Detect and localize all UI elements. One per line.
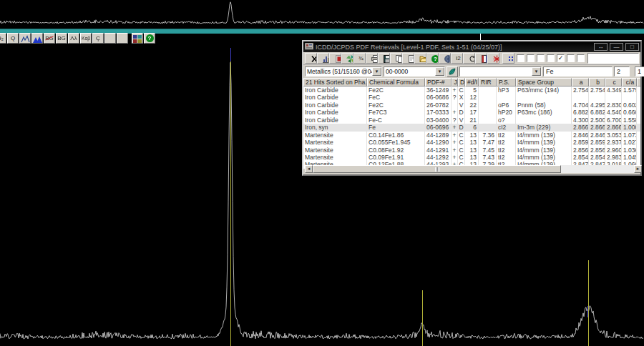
option-checkbox-5[interactable]: ✓	[557, 54, 565, 62]
bg-fit-button[interactable]: BG	[56, 33, 67, 44]
chevron-down-icon[interactable]: ▼	[532, 67, 541, 76]
chemistry-combo[interactable]: ▼	[459, 66, 542, 76]
asterisk-icon	[492, 55, 499, 63]
table-row[interactable]: MartensiteC0.055Fe1.94544-1290+C137.47tI…	[303, 139, 640, 146]
column-header-7[interactable]: RIR	[479, 78, 497, 86]
stop-button[interactable]	[329, 53, 341, 64]
option-checkbox-6[interactable]	[567, 54, 575, 62]
column-header-10[interactable]: a	[572, 78, 589, 86]
table-cell	[497, 94, 516, 101]
refresh-button[interactable]	[463, 53, 475, 64]
profile-chart-button[interactable]	[19, 33, 31, 44]
column-header-14[interactable]: A	[637, 78, 640, 86]
stripes-button[interactable]	[475, 53, 487, 64]
column-header-8[interactable]: P.S.	[497, 78, 516, 86]
column-header-2[interactable]: Chemical Formula	[367, 78, 425, 86]
scroll-right-arrow-icon[interactable]: ►	[634, 165, 642, 173]
zoom-button[interactable]: Q	[7, 33, 19, 44]
table-cell: +	[452, 139, 458, 146]
table-cell: Iron Carbide	[303, 117, 367, 124]
option-checkbox-7[interactable]	[577, 54, 585, 62]
maximize-button[interactable]: □	[625, 43, 639, 51]
print-button[interactable]	[366, 53, 378, 64]
table-cell	[479, 109, 497, 116]
open-button[interactable]	[414, 53, 426, 64]
column-header-11[interactable]: b	[589, 78, 605, 86]
table-cell: C	[458, 139, 465, 146]
chevron-down-icon[interactable]: ▼	[435, 67, 444, 76]
column-header-13[interactable]: c/a	[622, 78, 637, 86]
table-row[interactable]: MartensiteC0.08Fe1.9244-1291+C137.45tI2I…	[303, 147, 640, 154]
scrollbar-thumb[interactable]	[313, 165, 561, 173]
column-header-6[interactable]: #d/I	[465, 78, 479, 86]
table-row[interactable]: Iron CarbideFe7C317-0333+D17hP20P63mc (1…	[303, 109, 640, 116]
bg-edit-button[interactable]: BG	[44, 33, 55, 44]
help-button[interactable]: ?	[426, 53, 439, 64]
dock-button[interactable]: ↔	[594, 43, 608, 51]
chevron-down-icon[interactable]: ▼	[372, 67, 381, 76]
k-alpha-beta-button[interactable]: Kαβ	[80, 33, 92, 44]
lambda-button[interactable]: Λλ	[68, 33, 79, 44]
scroll-left-arrow-icon[interactable]: ◄	[305, 165, 313, 173]
option-checkbox-2[interactable]	[527, 54, 535, 62]
column-header-3[interactable]: PDF-#	[425, 78, 452, 86]
column-header-4[interactable]: J	[452, 78, 458, 86]
table-row[interactable]: Iron CarbideFe-C03-0400?V21o?4.3002.5006…	[303, 117, 640, 124]
table-row[interactable]: Iron, synFe06-0696+D6cI2Im-3m (229)2.866…	[303, 124, 640, 131]
column-header-5[interactable]: D	[458, 78, 465, 86]
copy-button[interactable]	[390, 53, 402, 64]
dots-button[interactable]	[502, 53, 514, 64]
hits-table-header: 21 Hits Sorted on Pha...Chemical Formula…	[303, 78, 640, 86]
table-row[interactable]: MartensiteC0.14Fe1.8644-1289+C137.36tI2I…	[303, 132, 640, 139]
pdf-number-combo[interactable]: 00-0000 ▼	[384, 66, 445, 76]
report-button[interactable]	[402, 53, 414, 64]
table-cell: 1.027	[622, 139, 637, 146]
table-cell: 22	[465, 102, 479, 109]
window-titlebar[interactable]: ICDD/JCPDS PDF Retrievals [Level-1 PDF, …	[303, 41, 640, 52]
table-row[interactable]: Iron CarbideFeC06-0686?X12	[303, 94, 640, 101]
asterisk-button[interactable]	[487, 53, 499, 64]
table-cell: 7.43	[479, 154, 497, 161]
subfile-combo[interactable]: Metallics (51/15160 @04/2 ▼	[305, 66, 382, 76]
column-header-12[interactable]: c	[605, 78, 622, 86]
table-cell: C0.14Fe1.86	[367, 132, 425, 139]
pinwheel-button[interactable]	[341, 53, 353, 64]
web-button[interactable]	[439, 53, 451, 64]
table-cell: 17-0333	[425, 109, 452, 116]
minimize-button[interactable]: —	[610, 43, 623, 51]
table-row[interactable]: Iron CarbideFe2C36-1249+C5hP3P63/mmc (19…	[303, 86, 640, 94]
pattern-view-button[interactable]	[31, 33, 43, 44]
column-header-9[interactable]: Space Group	[516, 78, 572, 86]
table-cell: 4.349	[605, 86, 622, 94]
horizontal-scrollbar[interactable]: ◄ ►	[305, 165, 642, 173]
save-button[interactable]	[378, 53, 390, 64]
clipped-field[interactable]: 1	[635, 66, 644, 76]
table-cell: 7.36	[479, 132, 497, 139]
option-checkbox-3[interactable]	[537, 54, 545, 62]
i2-button[interactable]: I2	[451, 53, 463, 64]
application-root: θ₂QBGBGΛλKαβÇ? ICDD/JCPDS PDF Retrievals…	[0, 0, 644, 346]
option-checkbox-1[interactable]	[517, 54, 525, 62]
count-field[interactable]: 2	[614, 66, 630, 76]
column-header-1[interactable]: 21 Hits Sorted on Pha...	[303, 78, 367, 86]
two-theta-button[interactable]: θ₂	[0, 33, 6, 44]
table-cell: tI2	[497, 147, 516, 154]
table-cell: tI2	[497, 139, 516, 146]
ratio-button[interactable]: ¾	[353, 53, 366, 64]
c-button[interactable]: Ç	[92, 33, 104, 44]
table-cell: 6	[465, 124, 479, 131]
table-cell: 06-0686	[425, 94, 452, 101]
print-icon	[371, 55, 378, 63]
formula-search-field[interactable]: Fe	[543, 66, 613, 76]
help-button[interactable]: ?	[144, 33, 155, 44]
table-row[interactable]: MartensiteC0.09Fe1.9144-1292+C137.43tI2I…	[303, 154, 640, 161]
color-grid-button[interactable]	[132, 33, 143, 44]
leaf-button[interactable]	[447, 66, 458, 77]
table-cell: 03-0400	[425, 117, 452, 124]
histogram-button[interactable]	[317, 53, 329, 64]
toolbar-text-field[interactable]	[587, 53, 639, 64]
table-cell: 2.846	[589, 132, 605, 139]
close-button[interactable]	[305, 53, 317, 64]
option-checkbox-4[interactable]	[547, 54, 555, 62]
table-row[interactable]: Iron CarbideFe2C26-0782V22oP6Pnnm (58)4.…	[303, 102, 640, 109]
